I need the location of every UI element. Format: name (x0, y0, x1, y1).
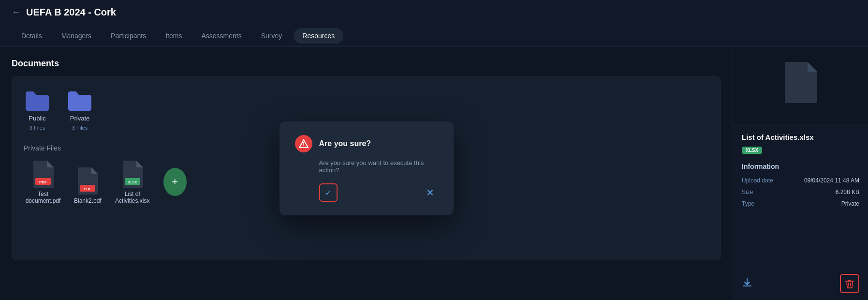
tab-assessments[interactable]: Assessments (191, 25, 251, 46)
size-value: 6.208 KB (836, 189, 859, 195)
size-row: Size 6.208 KB (742, 189, 859, 195)
sidebar-panel: List of Activities.xlsx XLSX Information… (733, 47, 868, 300)
type-key: Type (742, 200, 754, 207)
confirm-dialog: ! Are you sure? Are you sure you want to… (280, 121, 454, 215)
tab-managers[interactable]: Managers (52, 25, 101, 46)
warning-icon: ! (295, 135, 312, 152)
sidebar-type-badge: XLSX (742, 147, 762, 154)
preview-document-icon (781, 60, 820, 111)
delete-button[interactable] (840, 274, 859, 293)
tab-resources[interactable]: Resources (294, 28, 343, 44)
nav-tabs: Details Managers Participants Items Asse… (0, 25, 868, 47)
modal-overlay: ! Are you sure? Are you sure you want to… (12, 77, 721, 260)
sidebar-filename: List of Activities.xlsx (742, 133, 859, 141)
app-header: ← UEFA B 2024 - Cork (0, 0, 868, 25)
svg-text:!: ! (303, 142, 304, 147)
tab-participants[interactable]: Participants (101, 25, 156, 46)
cancel-button[interactable]: ✕ (422, 185, 438, 200)
documents-panel: Public 3 Files Private 3 Files Private F… (12, 76, 721, 260)
type-value: Private (841, 200, 859, 207)
sidebar-info: List of Activities.xlsx XLSX Information… (733, 124, 868, 267)
modal-body: Are you sure you want to execute this ac… (295, 159, 438, 174)
information-label: Information (742, 163, 859, 170)
tab-survey[interactable]: Survey (251, 25, 292, 46)
upload-date-value: 09/04/2024 11:48 AM (804, 177, 859, 184)
sidebar-actions (733, 267, 868, 300)
modal-actions: ✓ ✕ (295, 183, 438, 202)
download-button[interactable] (742, 277, 752, 290)
file-preview (733, 47, 868, 124)
type-row: Type Private (742, 200, 859, 207)
back-button[interactable]: ← (12, 7, 20, 17)
tab-items[interactable]: Items (156, 25, 191, 46)
main-layout: Documents Public 3 Files (0, 47, 868, 300)
confirm-button[interactable]: ✓ (319, 183, 338, 202)
tab-details[interactable]: Details (12, 25, 52, 46)
upload-date-row: Upload date 09/04/2024 11:48 AM (742, 177, 859, 184)
section-title: Documents (12, 59, 721, 69)
modal-title: Are you sure? (319, 139, 371, 148)
page-title: UEFA B 2024 - Cork (26, 7, 116, 18)
content-area: Documents Public 3 Files (0, 47, 733, 300)
upload-date-key: Upload date (742, 177, 773, 184)
size-key: Size (742, 189, 753, 195)
modal-header: ! Are you sure? (295, 135, 438, 152)
